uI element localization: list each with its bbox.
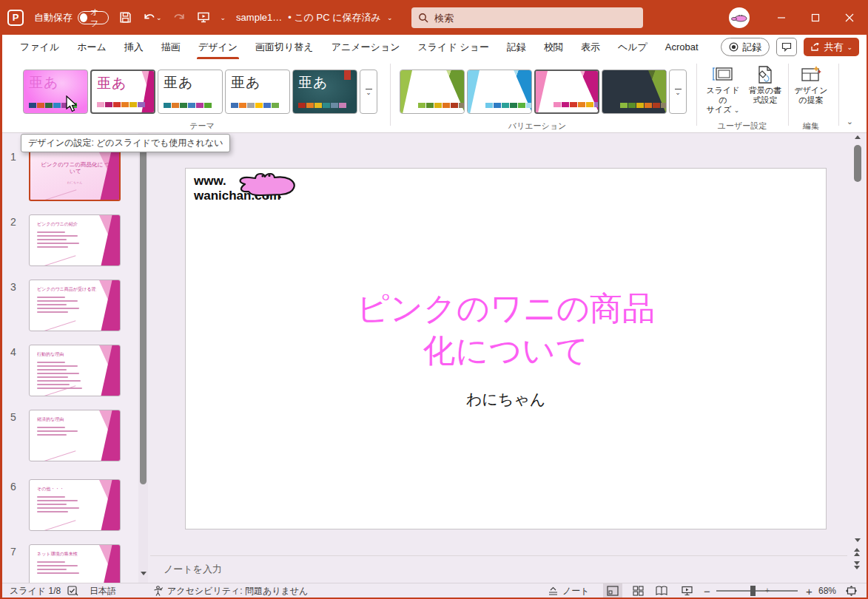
design-tooltip: デザインの設定: どのスライドでも使用されない: [21, 134, 230, 152]
start-slideshow-icon[interactable]: [197, 11, 210, 24]
group-separator: [838, 64, 839, 126]
tab-記録[interactable]: 記録: [498, 35, 535, 59]
scrollbar-thumb[interactable]: [854, 145, 861, 182]
tab-スライド ショー[interactable]: スライド ショー: [408, 35, 497, 59]
comments-button[interactable]: [776, 38, 797, 56]
variation-dark[interactable]: [602, 70, 667, 114]
zoom-level[interactable]: 68%: [818, 583, 836, 598]
variation-pink-selected[interactable]: [534, 70, 599, 114]
slide-thumbnail-2[interactable]: ピンクのワニの紹介: [29, 214, 121, 266]
autosave-toggle[interactable]: 自動保存 オフ: [34, 11, 109, 24]
thumbnail-scrollbar[interactable]: [138, 133, 148, 584]
slide-size-button[interactable]: スライドのサイズ ⌄: [702, 65, 744, 115]
slide-thumbnail-7[interactable]: ネット環境の将来性: [29, 544, 121, 583]
zoom-in-button[interactable]: +: [806, 583, 813, 598]
tab-ファイル[interactable]: ファイル: [11, 35, 68, 59]
wanichan-logo[interactable]: www. wanichan.com: [194, 174, 280, 203]
title-dropdown-icon[interactable]: ⌄: [387, 14, 393, 21]
slide-thumbnail-1[interactable]: ピンクのワニの商品化に ついてわにちゃん: [29, 149, 121, 201]
variation-green[interactable]: [400, 70, 465, 114]
thumbnail-bullets: [37, 561, 120, 574]
tab-アニメーション[interactable]: アニメーション: [323, 35, 409, 59]
scroll-down-icon[interactable]: [141, 572, 147, 575]
autosave-switch[interactable]: オフ: [78, 11, 109, 24]
user-settings-group-label: ユーザー設定: [698, 121, 787, 132]
powerpoint-app-icon[interactable]: P: [7, 10, 24, 26]
undo-icon[interactable]: ⌄: [142, 11, 162, 24]
theme-wisp-selected[interactable]: 亜あ: [90, 70, 155, 114]
user-avatar[interactable]: [729, 7, 750, 28]
theme-5[interactable]: 亜あ: [292, 70, 357, 114]
slide-thumbnail-panel: 1ピンクのワニの商品化に ついてわにちゃん2ピンクのワニの紹介3ピンクのワニ商品…: [2, 133, 138, 583]
slide-canvas[interactable]: www. wanichan.com ピンクのワニの商品 化について わにちゃん: [185, 168, 827, 529]
fit-to-window-button[interactable]: [846, 583, 857, 598]
tab-デザイン[interactable]: デザイン: [189, 35, 246, 59]
slide-thumbnail-6[interactable]: その他・・・: [29, 479, 121, 531]
design-ideas-button[interactable]: デザインの提案: [790, 65, 832, 105]
close-button[interactable]: [832, 0, 867, 35]
scroll-up-icon[interactable]: [855, 135, 861, 139]
zoom-slider[interactable]: +: [716, 583, 798, 598]
slide-thumbnail-4[interactable]: 行動的な理由: [29, 345, 121, 396]
scrollbar-thumb[interactable]: [140, 144, 147, 484]
variation-blue[interactable]: [467, 70, 532, 114]
slide-indicator[interactable]: スライド 1/8: [10, 583, 61, 598]
save-icon[interactable]: [119, 11, 132, 24]
zoom-out-button[interactable]: −: [704, 583, 710, 598]
variations-more-button[interactable]: ⌄: [669, 70, 687, 114]
document-title[interactable]: sample1… • この PC に保存済み ⌄: [236, 11, 392, 24]
proofing-icon[interactable]: [67, 583, 78, 598]
variation-swatches: [485, 103, 532, 108]
slide-sorter-view-button[interactable]: [628, 583, 647, 598]
tab-校閲[interactable]: 校閲: [535, 35, 572, 59]
slide-number: 4: [2, 345, 29, 396]
search-bar[interactable]: [411, 7, 643, 28]
slide-thumbnail-row: 6その他・・・: [2, 479, 138, 531]
tab-ヘルプ[interactable]: ヘルプ: [609, 35, 656, 59]
record-button[interactable]: 記録: [721, 38, 770, 56]
thumbnail-title: 経済的な理由: [37, 416, 96, 423]
status-bar: スライド 1/8 日本語 アクセシビリティ: 問題ありません ノート −: [2, 583, 867, 598]
minimize-button[interactable]: [764, 0, 798, 35]
themes-more-button[interactable]: ⌄: [360, 70, 377, 114]
share-dropdown-icon[interactable]: ⌄: [847, 44, 852, 51]
maximize-button[interactable]: [798, 0, 832, 35]
reading-view-button[interactable]: [652, 583, 671, 598]
format-background-button[interactable]: 背景の書式設定: [744, 65, 786, 105]
theme-3[interactable]: 亜あ: [158, 70, 223, 114]
collapse-ribbon-icon[interactable]: ⌄: [847, 117, 853, 126]
redo-icon: [172, 11, 186, 24]
zoom-slider-thumb[interactable]: [750, 586, 756, 596]
share-button[interactable]: 共有 ⌄: [804, 38, 859, 56]
tab-表示[interactable]: 表示: [572, 35, 609, 59]
slide-subtitle[interactable]: わにちゃん: [186, 389, 826, 410]
slide-thumbnail-5[interactable]: 経済的な理由: [29, 410, 121, 461]
slideshow-view-button[interactable]: [677, 583, 696, 598]
previous-slide-button[interactable]: [854, 548, 860, 556]
customize-qat-icon[interactable]: ⌄: [221, 14, 226, 21]
search-input[interactable]: [434, 13, 619, 24]
zoom-track[interactable]: +: [716, 590, 798, 592]
thumbnail-bullets: [37, 362, 120, 389]
slide-title[interactable]: ピンクのワニの商品 化について: [186, 287, 826, 371]
slide-size-icon: [712, 65, 734, 84]
tab-画面切り替え[interactable]: 画面切り替え: [246, 35, 323, 59]
normal-view-button[interactable]: [603, 583, 622, 598]
next-slide-button[interactable]: [854, 561, 860, 569]
slide-thumbnail-3[interactable]: ピンクのワニ商品が受ける背景: [29, 280, 121, 331]
tab-Acrobat[interactable]: Acrobat: [656, 35, 707, 59]
accessibility-status[interactable]: アクセシビリティ: 問題ありません: [167, 583, 308, 598]
zoom-notch: +: [765, 587, 770, 595]
thumbnail-wave-decoration: [29, 320, 75, 331]
theme-4[interactable]: 亜あ: [225, 70, 290, 114]
language-indicator[interactable]: 日本語: [90, 583, 116, 598]
notes-pane[interactable]: ノートを入力: [150, 555, 847, 584]
editor-scrollbar[interactable]: [852, 134, 863, 578]
accessibility-icon[interactable]: [153, 583, 163, 598]
tab-挿入[interactable]: 挿入: [115, 35, 152, 59]
scroll-down-icon[interactable]: [855, 538, 861, 542]
notes-toggle-button[interactable]: ノート: [548, 583, 590, 598]
tab-ホーム[interactable]: ホーム: [68, 35, 115, 59]
tab-描画[interactable]: 描画: [152, 35, 189, 59]
undo-dropdown-icon[interactable]: ⌄: [156, 14, 162, 21]
